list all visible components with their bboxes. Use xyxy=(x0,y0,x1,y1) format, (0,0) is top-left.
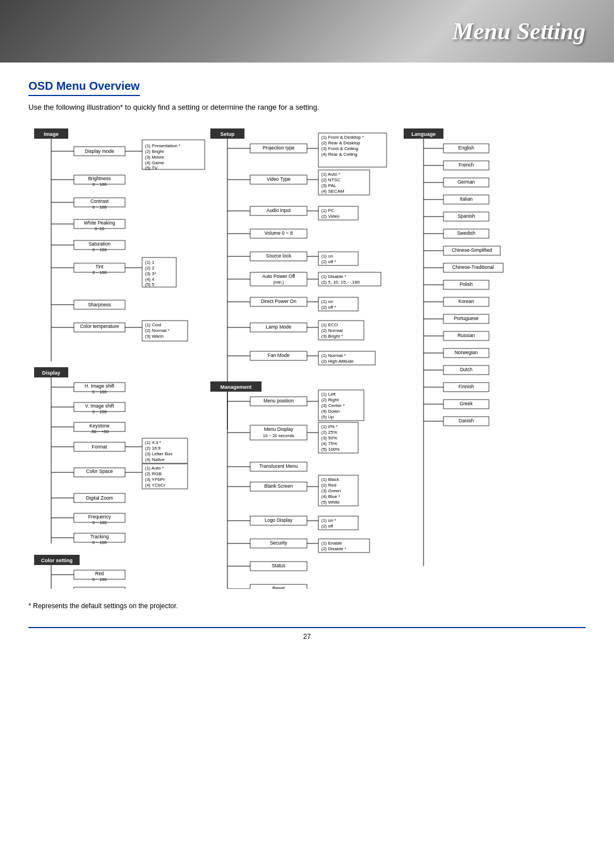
svg-text:(1) Auto *: (1) Auto * xyxy=(145,466,164,471)
svg-text:(5) TV: (5) TV xyxy=(145,165,158,171)
svg-text:Display: Display xyxy=(42,370,60,376)
svg-text:Saturation: Saturation xyxy=(89,241,111,247)
svg-text:0 ~ 100: 0 ~ 100 xyxy=(92,520,106,525)
svg-text:0 ~ 100: 0 ~ 100 xyxy=(92,270,106,275)
footer-note: * Represents the default settings on the… xyxy=(28,602,586,610)
svg-text:Auto Power Off: Auto Power Off xyxy=(262,273,295,279)
svg-text:Logo Display: Logo Display xyxy=(264,517,293,523)
svg-text:(4) Game: (4) Game xyxy=(145,160,164,165)
svg-text:(4) Native: (4) Native xyxy=(145,457,165,462)
svg-text:Blank Screen: Blank Screen xyxy=(264,483,293,489)
svg-text:(1) 1: (1) 1 xyxy=(145,260,155,265)
svg-text:(3) Center *: (3) Center * xyxy=(321,403,345,408)
svg-text:Security: Security xyxy=(270,540,288,546)
svg-text:Display mode: Display mode xyxy=(85,148,114,154)
svg-text:(1) on: (1) on xyxy=(321,254,333,259)
svg-text:Contrast: Contrast xyxy=(90,198,109,204)
svg-text:(2) 25%: (2) 25% xyxy=(321,430,337,435)
svg-text:French: French xyxy=(459,162,474,168)
svg-text:(5) 100%: (5) 100% xyxy=(321,447,339,452)
svg-text:Image: Image xyxy=(44,131,59,137)
svg-text:(4) YCbCr: (4) YCbCr xyxy=(145,483,165,488)
svg-text:(4) Blue *: (4) Blue * xyxy=(321,494,340,499)
svg-text:German: German xyxy=(458,179,475,185)
svg-text:Keystone: Keystone xyxy=(89,423,110,429)
svg-text:Lamp Mode: Lamp Mode xyxy=(266,324,292,330)
svg-text:(3) Warm: (3) Warm xyxy=(145,334,164,339)
svg-text:Translucent Menu: Translucent Menu xyxy=(259,463,298,469)
svg-text:Spanish: Spanish xyxy=(458,213,475,219)
svg-text:Reset: Reset xyxy=(272,585,285,589)
svg-text:Green: Green xyxy=(93,588,106,589)
svg-text:Menu Display: Menu Display xyxy=(264,426,293,432)
svg-text:0 ~ 100: 0 ~ 100 xyxy=(92,409,106,414)
svg-text:Video Type: Video Type xyxy=(267,176,291,182)
svg-text:(3) Letter Box: (3) Letter Box xyxy=(145,451,172,456)
page-title: Menu Setting xyxy=(452,18,586,45)
intro-text: Use the following illustration* to quick… xyxy=(28,103,586,111)
svg-text:Finnish: Finnish xyxy=(458,384,474,389)
svg-text:(2) off: (2) off xyxy=(321,524,334,529)
svg-text:White Peaking: White Peaking xyxy=(84,220,115,226)
svg-text:Tint: Tint xyxy=(96,264,103,269)
svg-text:(2) Right: (2) Right xyxy=(321,397,339,402)
svg-text:(1) ECO: (1) ECO xyxy=(321,322,338,327)
svg-text:Brightness: Brightness xyxy=(88,176,111,181)
svg-text:Setup: Setup xyxy=(220,131,235,137)
svg-text:Management: Management xyxy=(220,384,251,390)
svg-text:(3) YPbPr: (3) YPbPr xyxy=(145,477,165,482)
svg-text:Color temperature: Color temperature xyxy=(80,323,119,329)
svg-text:(1) Enable: (1) Enable xyxy=(321,541,342,546)
page-content: OSD Menu Overview Use the following illu… xyxy=(0,63,614,658)
svg-text:(3) Front & Ceiling: (3) Front & Ceiling xyxy=(321,146,358,151)
svg-text:Italian: Italian xyxy=(460,196,473,202)
svg-text:(2) off *: (2) off * xyxy=(321,259,336,264)
svg-text:Direct Power On: Direct Power On xyxy=(261,298,297,304)
svg-text:(2) Video: (2) Video xyxy=(321,214,340,219)
svg-text:Audio input: Audio input xyxy=(267,207,291,213)
osd-diagram: Image Display mode (1) Presentation * (2… xyxy=(28,123,586,591)
svg-text:(2) off *: (2) off * xyxy=(321,305,336,310)
section-title: OSD Menu Overview xyxy=(28,80,140,96)
svg-text:0~10: 0~10 xyxy=(95,226,105,231)
diagram-svg: Image Display mode (1) Presentation * (2… xyxy=(28,123,586,589)
svg-text:(3) 3*: (3) 3* xyxy=(145,271,156,276)
svg-text:(4) 75%: (4) 75% xyxy=(321,441,337,446)
svg-text:Polish: Polish xyxy=(459,281,472,287)
svg-text:(2) NTSC: (2) NTSC xyxy=(321,177,341,182)
svg-text:Swedish: Swedish xyxy=(457,230,475,236)
svg-text:(1) Disable *: (1) Disable * xyxy=(321,274,346,279)
svg-text:(1) on: (1) on xyxy=(321,299,333,304)
svg-text:Dutch: Dutch xyxy=(460,367,472,372)
svg-text:Portuguese: Portuguese xyxy=(454,315,479,321)
svg-text:Status: Status xyxy=(272,563,285,568)
svg-text:Format: Format xyxy=(92,444,108,450)
svg-text:(4) Down: (4) Down xyxy=(321,409,339,414)
svg-text:V. Image shift: V. Image shift xyxy=(85,403,114,409)
svg-text:Color setting: Color setting xyxy=(41,558,73,563)
svg-text:Korean: Korean xyxy=(458,298,474,304)
svg-text:(3) Movie: (3) Movie xyxy=(145,155,164,160)
svg-text:0 ~ 100: 0 ~ 100 xyxy=(92,540,106,545)
svg-text:(2) Normal: (2) Normal xyxy=(321,328,343,333)
svg-text:Volume 0 ~ 8: Volume 0 ~ 8 xyxy=(264,230,293,236)
svg-text:(min.): (min.) xyxy=(273,280,284,285)
svg-text:(3) 50%: (3) 50% xyxy=(321,435,337,441)
svg-text:(3) Green: (3) Green xyxy=(321,488,341,493)
svg-text:(1) Left: (1) Left xyxy=(321,392,336,397)
svg-text:Tracking: Tracking xyxy=(90,534,109,539)
svg-text:(1) on *: (1) on * xyxy=(321,518,336,523)
svg-text:(4) SECAM: (4) SECAM xyxy=(321,189,345,194)
svg-text:(1) Front & Desktop *: (1) Front & Desktop * xyxy=(321,135,364,140)
svg-text:English: English xyxy=(458,145,474,151)
page-header: Menu Setting xyxy=(0,0,614,63)
svg-text:0 ~ 100: 0 ~ 100 xyxy=(92,205,106,210)
svg-text:Red: Red xyxy=(95,571,104,576)
svg-text:Source lock: Source lock xyxy=(266,253,292,259)
svg-text:Russian: Russian xyxy=(458,333,475,338)
svg-text:(1) Normal *: (1) Normal * xyxy=(321,353,346,358)
svg-text:Danish: Danish xyxy=(459,418,474,423)
svg-text:(1) Auto *: (1) Auto * xyxy=(321,172,340,177)
svg-text:Sharpness: Sharpness xyxy=(88,302,111,308)
svg-text:(3) Bright *: (3) Bright * xyxy=(321,334,343,339)
